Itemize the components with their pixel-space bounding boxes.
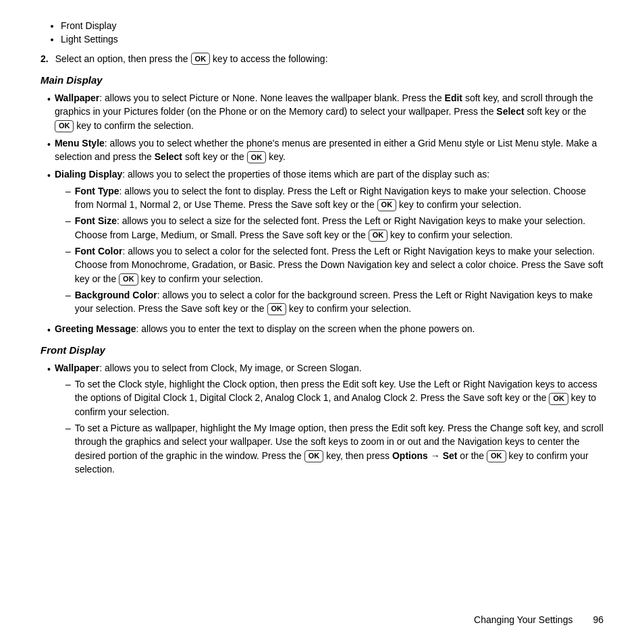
picture-wallpaper-content: To set a Picture as wallpaper, highlight… [75, 421, 603, 476]
section-main-display: Main Display [41, 74, 603, 86]
dash-6: – [65, 421, 71, 435]
bullet-front-display: Front Display [61, 20, 603, 31]
wallpaper-text1: : allows you to select Picture or None. … [99, 92, 444, 103]
bg-color-text2: key to confirm your selection. [286, 303, 411, 314]
bullet-greeting-message: • Greeting Message: allows you to enter … [47, 322, 603, 337]
footer: Changing Your Settings 96 [474, 614, 603, 625]
sub-font-color: – Font Color: allows you to select a col… [65, 244, 603, 286]
wallpaper-text4: key to confirm the selection. [74, 120, 193, 131]
bullet-dot: • [47, 92, 51, 106]
bullet-dot-5: • [47, 363, 51, 376]
ok-key-clock: OK [549, 393, 568, 405]
ok-key-wallpaper: OK [55, 120, 74, 132]
ok-key-picture2: OK [487, 450, 506, 462]
dialing-display-text: : allows you to select the properties of… [122, 169, 489, 180]
font-color-term: Font Color [75, 246, 123, 257]
bullet-light-settings: Light Settings [61, 34, 603, 45]
options-term: Options [392, 450, 428, 461]
front-wallpaper-content: Wallpaper: allows you to select from Clo… [55, 361, 603, 479]
font-color-content: Font Color: allows you to select a color… [75, 244, 603, 286]
step-number: 2. [41, 53, 49, 64]
front-wallpaper-text: : allows you to select from Clock, My im… [99, 363, 361, 373]
clock-style-text1: To set the Clock style, highlight the Cl… [75, 379, 597, 403]
wallpaper-text3: soft key or the [525, 106, 587, 117]
step-2: 2. Select an option, then press the OK k… [41, 53, 603, 65]
menu-style-text3: key. [266, 151, 286, 162]
dialing-sub-bullets: – Font Type: allows you to select the fo… [65, 184, 603, 316]
sub-font-type: – Font Type: allows you to select the fo… [65, 184, 603, 212]
menu-style-select: Select [155, 151, 182, 162]
font-size-term: Font Size [75, 215, 117, 226]
dash-5: – [65, 377, 71, 391]
ok-key-picture1: OK [304, 450, 324, 462]
section-front-display: Front Display [41, 344, 603, 356]
font-type-text2: key to confirm your selection. [396, 199, 521, 210]
ok-key-font-size: OK [369, 230, 388, 242]
menu-style-content: Menu Style: allows you to select whether… [55, 136, 603, 164]
sub-font-size: – Font Size: allows you to select a size… [65, 214, 603, 242]
step2-text-after: key to access the following: [213, 53, 327, 64]
front-wallpaper-subs: – To set the Clock style, highlight the … [65, 377, 603, 476]
wallpaper-edit: Edit [445, 92, 462, 103]
greeting-text: : allows you to enter the text to displa… [136, 323, 475, 334]
font-size-content: Font Size: allows you to select a size f… [75, 214, 603, 242]
ok-key-font-color: OK [119, 273, 138, 286]
font-color-text2: key to confirm your selection. [138, 273, 263, 284]
dash-2: – [65, 214, 71, 227]
picture-text2: key, then press [323, 450, 392, 461]
greeting-content: Greeting Message: allows you to enter th… [55, 322, 603, 336]
sub-bg-color: – Background Color: allows you to select… [65, 288, 603, 316]
font-type-content: Font Type: allows you to select the font… [75, 184, 603, 212]
menu-style-term: Menu Style [55, 138, 105, 149]
wallpaper-content: Wallpaper: allows you to select Picture … [55, 91, 603, 132]
page-number: 96 [593, 614, 603, 625]
ok-key-step2: OK [191, 53, 211, 65]
wallpaper-term: Wallpaper [55, 92, 99, 103]
ok-key-font-type: OK [377, 199, 397, 211]
wallpaper-select: Select [496, 106, 524, 117]
dash-4: – [65, 288, 71, 302]
footer-text: Changing Your Settings [474, 614, 572, 625]
bullet-wallpaper: • Wallpaper: allows you to select Pictur… [47, 91, 603, 132]
bg-color-term: Background Color [75, 290, 157, 300]
bg-color-content: Background Color: allows you to select a… [75, 288, 603, 316]
bullet-menu-style: • Menu Style: allows you to select wheth… [47, 136, 603, 164]
font-type-term: Font Type [75, 186, 119, 196]
front-wallpaper-term: Wallpaper [55, 363, 99, 373]
font-size-text2: key to confirm your selection. [387, 230, 512, 240]
menu-style-text2: soft key or the [182, 151, 247, 162]
ok-key-menu-style: OK [247, 151, 267, 163]
menu-style-text1: : allows you to select whether the phone… [55, 138, 597, 162]
step2-text-before: Select an option, then press the [55, 53, 188, 64]
top-bullet-list: Front Display Light Settings [61, 20, 603, 45]
page: Front Display Light Settings 2. Select a… [0, 0, 644, 644]
bullet-dot-4: • [47, 323, 51, 337]
dialing-display-term: Dialing Display [55, 169, 122, 180]
picture-text3: or the [457, 450, 487, 461]
ok-key-bg-color: OK [267, 303, 287, 315]
dash-1: – [65, 184, 71, 198]
sub-clock-style: – To set the Clock style, highlight the … [65, 377, 603, 419]
bullet-dot-2: • [47, 138, 51, 151]
set-term: Set [443, 450, 458, 461]
dialing-display-content: Dialing Display: allows you to select th… [55, 167, 603, 318]
dash-3: – [65, 244, 71, 258]
clock-style-content: To set the Clock style, highlight the Cl… [75, 377, 603, 419]
bullet-dialing-display: • Dialing Display: allows you to select … [47, 167, 603, 318]
greeting-term: Greeting Message [55, 323, 136, 334]
arrow-text: → [428, 450, 443, 461]
bullet-dot-3: • [47, 169, 51, 182]
sub-picture-wallpaper: – To set a Picture as wallpaper, highlig… [65, 421, 603, 476]
bullet-front-wallpaper: • Wallpaper: allows you to select from C… [47, 361, 603, 479]
